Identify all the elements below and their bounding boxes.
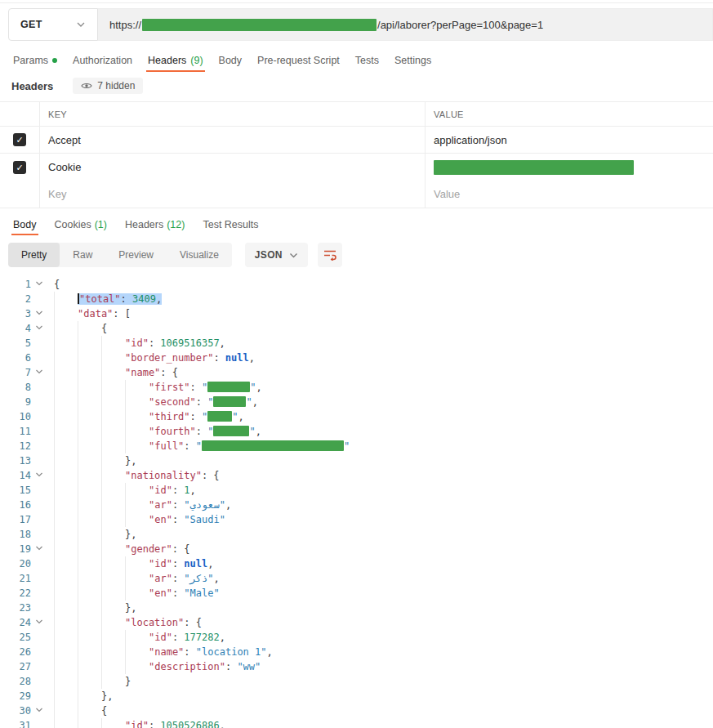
tab-authorization[interactable]: Authorization (71, 47, 134, 72)
url-suffix: /api/laborer?perPage=100&page=1 (377, 19, 543, 31)
tab-settings[interactable]: Settings (393, 47, 433, 72)
indent-guide (101, 586, 125, 601)
line-number[interactable]: 13 (0, 453, 31, 468)
code-line: 6"border_number": null, (0, 351, 713, 365)
token-s: " (344, 440, 350, 452)
indent-guide (54, 542, 78, 556)
indent-guide (78, 630, 101, 645)
header-value-cell[interactable] (425, 154, 713, 181)
line-number[interactable]: 30 (0, 703, 31, 718)
indent-guide (78, 483, 101, 498)
line-number[interactable]: 11 (0, 424, 31, 439)
line-number[interactable]: 14 (0, 468, 31, 483)
indent-guide (54, 468, 78, 483)
line-number[interactable]: 5 (0, 336, 31, 351)
response-tab-cookies[interactable]: Cookies(1) (53, 215, 109, 235)
indent-guide (78, 586, 101, 601)
token-p: , (249, 352, 255, 364)
view-mode-visualize[interactable]: Visualize (167, 243, 232, 267)
line-number[interactable]: 23 (0, 601, 31, 615)
response-body-editor[interactable]: 1{2"total": 3409,3"data": [4{5"id": 1069… (0, 277, 713, 728)
header-key-cell[interactable]: Accept (39, 127, 425, 153)
fold-chevron-icon[interactable] (31, 306, 47, 321)
line-number[interactable]: 18 (0, 527, 31, 542)
token-s: "ذكر" (184, 573, 213, 584)
key-input-placeholder[interactable]: Key (39, 181, 425, 208)
indent-guide (54, 703, 78, 718)
tab-headers[interactable]: Headers(9) (146, 47, 205, 72)
header-value-cell[interactable]: application/json (425, 127, 713, 153)
tab-count-badge: (9) (190, 55, 203, 66)
line-number[interactable]: 28 (0, 674, 31, 689)
line-number[interactable]: 22 (0, 586, 31, 601)
line-number[interactable]: 6 (0, 351, 31, 365)
code-line: 7"name": { (0, 365, 713, 380)
line-number[interactable]: 19 (0, 542, 31, 556)
token-p: : [ (113, 308, 131, 319)
chevron-down-icon (76, 21, 86, 28)
header-key-cell[interactable]: Cookie (39, 154, 425, 181)
line-number[interactable]: 27 (0, 659, 31, 674)
line-number[interactable]: 1 (0, 277, 31, 292)
indent-guide (101, 351, 125, 365)
wrap-text-button[interactable] (318, 243, 342, 267)
fold-chevron-icon[interactable] (31, 321, 47, 336)
language-label: JSON (255, 249, 283, 261)
token-n: 3409 (132, 293, 156, 305)
fold-chevron-icon[interactable] (31, 365, 47, 380)
view-mode-raw[interactable]: Raw (60, 243, 105, 267)
fold-chevron-icon[interactable] (31, 542, 47, 556)
token-p: : (149, 720, 160, 728)
line-number[interactable]: 24 (0, 615, 31, 630)
method-label: GET (20, 19, 42, 30)
response-tab-body[interactable]: Body (11, 215, 38, 235)
line-number[interactable]: 29 (0, 689, 31, 703)
line-number[interactable]: 12 (0, 439, 31, 453)
token-p: : (196, 426, 207, 437)
hidden-headers-toggle[interactable]: 7 hidden (73, 78, 143, 94)
line-number[interactable]: 7 (0, 365, 31, 380)
value-input-placeholder[interactable]: Value (425, 181, 713, 208)
line-number[interactable]: 9 (0, 395, 31, 409)
row-checkbox[interactable]: ✓ (13, 161, 26, 174)
view-mode-preview[interactable]: Preview (105, 243, 167, 267)
line-number[interactable]: 8 (0, 380, 31, 395)
line-number[interactable]: 16 (0, 498, 31, 512)
fold-chevron-icon[interactable] (31, 703, 47, 718)
indent-guide (54, 556, 78, 571)
code-line-content: "third": "", (47, 409, 713, 424)
response-tab-test-results[interactable]: Test Results (201, 215, 260, 235)
code-line: 10"third": "", (0, 409, 713, 424)
line-number[interactable]: 17 (0, 512, 31, 527)
fold-chevron-icon[interactable] (31, 468, 47, 483)
line-number[interactable]: 26 (0, 645, 31, 659)
token-p: : (172, 514, 184, 525)
line-number[interactable]: 21 (0, 571, 31, 586)
code-line: 3"data": [ (0, 306, 713, 321)
tab-params[interactable]: Params (11, 47, 59, 72)
line-number[interactable]: 3 (0, 306, 31, 321)
view-mode-pretty[interactable]: Pretty (8, 243, 60, 267)
line-number[interactable]: 31 (0, 718, 31, 728)
method-selector[interactable]: GET (8, 8, 98, 41)
language-selector[interactable]: JSON (245, 243, 308, 267)
line-number[interactable]: 20 (0, 556, 31, 571)
code-line-content: "description": "ww" (47, 659, 713, 674)
line-number[interactable]: 2 (0, 292, 31, 306)
fold-chevron-icon[interactable] (31, 615, 47, 630)
line-number[interactable]: 4 (0, 321, 31, 336)
url-input[interactable]: https:///api/laborer?perPage=100&page=1 (98, 8, 713, 41)
line-number[interactable]: 10 (0, 409, 31, 424)
fold-gutter (31, 586, 47, 601)
token-p: , (214, 573, 220, 584)
token-k: "id" (125, 720, 149, 728)
tab-pre-request-script[interactable]: Pre-request Script (256, 47, 341, 72)
code-line: 12"full": "" (0, 439, 713, 453)
fold-chevron-icon[interactable] (31, 277, 47, 292)
response-tab-headers[interactable]: Headers(12) (123, 215, 186, 235)
line-number[interactable]: 25 (0, 630, 31, 645)
line-number[interactable]: 15 (0, 483, 31, 498)
tab-body[interactable]: Body (217, 47, 244, 72)
row-checkbox[interactable]: ✓ (13, 133, 26, 146)
tab-tests[interactable]: Tests (354, 47, 381, 72)
